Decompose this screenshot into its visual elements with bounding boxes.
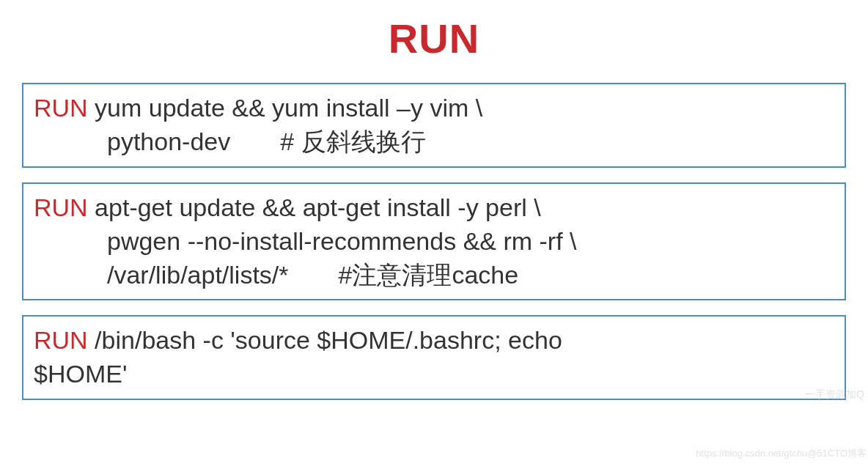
code-line: /bin/bash -c 'source $HOME/.bashrc; echo <box>88 326 562 354</box>
run-keyword: RUN <box>34 326 88 354</box>
watermark-text: 一手资源加Q <box>805 388 864 402</box>
code-line-indent: /var/lib/apt/lists/* #注意清理cache <box>34 259 834 292</box>
run-keyword: RUN <box>34 94 88 122</box>
run-keyword: RUN <box>34 193 88 221</box>
code-line: apt-get update && apt-get install -y per… <box>88 193 541 221</box>
watermark-text: https://blog.csdn.net/gtchu@51CTO博客 <box>696 447 867 460</box>
code-line: $HOME' <box>34 358 834 391</box>
code-block-3: RUN /bin/bash -c 'source $HOME/.bashrc; … <box>22 315 846 400</box>
code-block-2: RUN apt-get update && apt-get install -y… <box>22 182 846 301</box>
code-line-indent: pwgen --no-install-recommends && rm -rf … <box>34 225 834 259</box>
slide-title: RUN <box>22 15 846 62</box>
code-block-1: RUN yum update && yum install –y vim \ p… <box>22 83 846 168</box>
code-line-indent: python-dev # 反斜线换行 <box>34 125 834 159</box>
code-line: yum update && yum install –y vim \ <box>88 94 483 122</box>
